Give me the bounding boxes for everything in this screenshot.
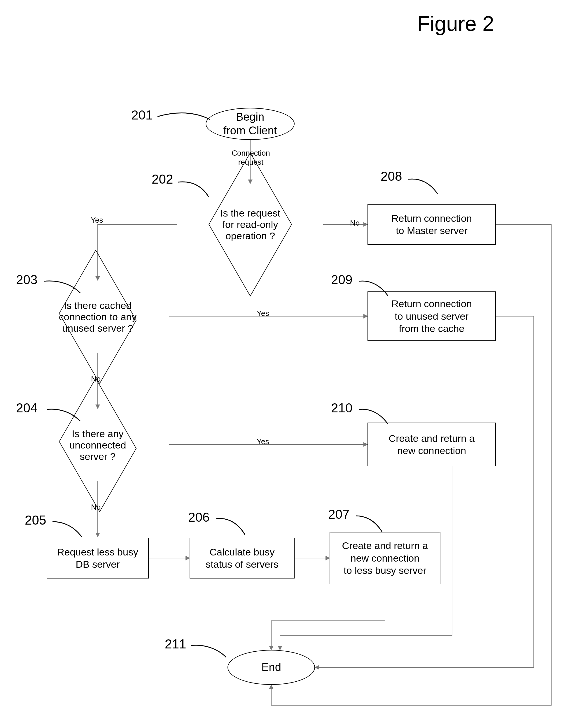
- node-return-cached: Return connection to unused server from …: [368, 291, 496, 341]
- edge-203-yes: Yes: [257, 309, 269, 318]
- ref-208: 208: [381, 169, 402, 183]
- node-request-less-busy: Request less busy DB server: [47, 538, 149, 578]
- ref-203: 203: [16, 272, 37, 287]
- node-end: End: [228, 650, 315, 685]
- ref-211: 211: [165, 637, 186, 652]
- ref-207: 207: [328, 507, 350, 522]
- ref-210: 210: [331, 401, 352, 415]
- ref-202: 202: [152, 172, 173, 186]
- node-unconnected-check: Is there any unconnected server ?: [58, 410, 137, 481]
- node-return-master: Return connection to Master server: [368, 204, 496, 245]
- ref-206: 206: [188, 510, 209, 525]
- ref-204: 204: [16, 401, 37, 415]
- node-cached-check: Is there cached connection to any unused…: [58, 281, 137, 352]
- ref-209: 209: [331, 272, 352, 287]
- node-calc-busy: Calculate busy status of servers: [190, 538, 295, 578]
- node-readonly-check: Is the request for read-only operation ?: [210, 184, 291, 265]
- figure-title: Figure 2: [417, 12, 494, 36]
- flowchart-canvas: Figure 2: [0, 0, 588, 728]
- node-new-conn-less-busy: Create and return a new connection to le…: [330, 532, 440, 584]
- ref-205: 205: [25, 513, 46, 528]
- edge-202-yes: Yes: [91, 216, 103, 225]
- node-new-conn: Create and return a new connection: [368, 423, 496, 466]
- ref-201: 201: [131, 108, 152, 123]
- edge-204-yes: Yes: [257, 437, 269, 446]
- node-begin: Begin from Client: [206, 108, 295, 140]
- edge-202-no: No: [350, 219, 360, 228]
